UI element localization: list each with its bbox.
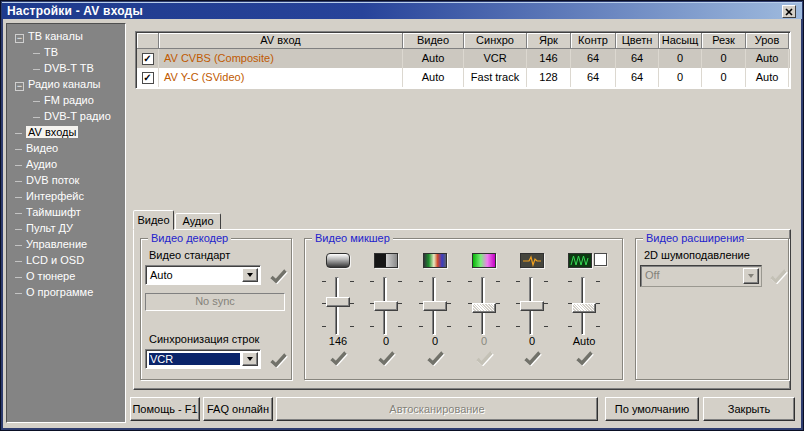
- slider-tick: [398, 326, 402, 327]
- slider-tick: [350, 303, 354, 304]
- sidebar-item-label: DVB-T ТВ: [44, 62, 94, 74]
- header-cell[interactable]: AV вход: [159, 33, 403, 49]
- header-cell[interactable]: Резк: [702, 33, 746, 49]
- tab-audio[interactable]: Аудио: [175, 213, 221, 230]
- row-value-cell: 0: [659, 49, 702, 68]
- faq-button[interactable]: FAQ онлайн: [203, 397, 273, 421]
- slider-tick: [544, 303, 548, 304]
- expand-toggle-icon[interactable]: −: [15, 34, 24, 43]
- close-button[interactable]: [782, 5, 796, 18]
- apply-check-icon[interactable]: [268, 267, 289, 284]
- slider-thumb[interactable]: [423, 301, 447, 311]
- dropdown-button[interactable]: [242, 268, 258, 282]
- sidebar-item-video[interactable]: Видео: [7, 140, 125, 156]
- sidebar-item-tv-channels[interactable]: −ТВ каналы: [7, 28, 125, 44]
- row-value-cell: 0: [659, 68, 702, 87]
- help-button[interactable]: Помощь - F1: [130, 397, 200, 421]
- sidebar-item-label: Видео: [26, 142, 58, 154]
- slider-tick: [419, 281, 423, 282]
- tree-connector: [33, 101, 40, 102]
- slider-tick: [468, 281, 472, 282]
- header-cell[interactable]: Уров: [746, 33, 789, 49]
- slider-tick: [350, 326, 354, 327]
- slider-thumb[interactable]: [520, 301, 544, 311]
- video-standard-select[interactable]: Auto: [145, 265, 261, 285]
- row-checkbox[interactable]: ✓: [142, 53, 154, 65]
- sidebar-item-label: Аудио: [26, 158, 57, 170]
- mixer-slider-sharpness: 0: [508, 251, 556, 369]
- expand-toggle-icon[interactable]: −: [15, 82, 24, 91]
- group-video-extensions: Видео расширения 2D шумоподавление Off: [635, 238, 789, 380]
- close-button[interactable]: Закрыть: [703, 397, 795, 421]
- header-cell[interactable]: Видео: [403, 33, 464, 49]
- tree-connector: [33, 117, 40, 118]
- table-row-av-cvbs[interactable]: ✓AV CVBS (Composite)AutoVCR146646400Auto: [137, 49, 790, 68]
- sidebar-item-label: FM радио: [44, 94, 94, 106]
- group-title: Видео расширения: [643, 231, 747, 245]
- table-header-row: AV входВидеоСинхроЯркКонтрЦветнНасыщРезк…: [137, 33, 790, 49]
- mixer-slider-level: Auto: [560, 251, 608, 369]
- sidebar-item-dvbt-tv[interactable]: DVB-T ТВ: [7, 60, 125, 76]
- line-sync-select[interactable]: VCR: [145, 349, 261, 369]
- slider-tick: [544, 326, 548, 327]
- table-row-av-yc[interactable]: ✓AV Y-C (SVideo)AutoFast track128646400A…: [137, 68, 790, 87]
- sidebar-item-about-program[interactable]: О программе: [7, 284, 125, 300]
- sidebar-item-av-inputs[interactable]: AV входы: [7, 124, 125, 140]
- slider-thumb[interactable]: [374, 301, 398, 311]
- apply-check-icon: [768, 267, 789, 284]
- apply-check-icon[interactable]: [522, 349, 543, 366]
- sidebar-item-radio-channels[interactable]: −Радио каналы: [7, 76, 125, 92]
- mixer-slider-contrast: 0: [362, 251, 410, 369]
- sidebar-item-interface[interactable]: Интерфейс: [7, 188, 125, 204]
- tab-video[interactable]: Видео: [133, 210, 174, 230]
- sidebar-item-timeshift[interactable]: Таймшифт: [7, 204, 125, 220]
- row-value-cell: 64: [571, 49, 616, 68]
- sidebar-item-label: LCD и OSD: [26, 254, 84, 266]
- tree-connector: [33, 69, 40, 70]
- sidebar-item-remote[interactable]: Пульт ДУ: [7, 220, 125, 236]
- sidebar-item-label: О тюнере: [26, 270, 75, 282]
- sidebar-item-label: ТВ каналы: [28, 30, 83, 42]
- mixer-slider-brightness: 146: [314, 251, 362, 369]
- titlebar[interactable]: Настройки - AV входы: [2, 2, 802, 19]
- apply-check-icon[interactable]: [376, 349, 397, 366]
- hue-icon: [423, 253, 447, 268]
- header-cell[interactable]: Синхро: [464, 33, 527, 49]
- header-cell[interactable]: Ярк: [527, 33, 571, 49]
- sidebar-item-lcd-osd[interactable]: LCD и OSD: [7, 252, 125, 268]
- tab-panel-video: Видео декодер Видео стандарт Auto No syn…: [133, 229, 791, 390]
- slider-value: 0: [362, 335, 410, 347]
- row-value-cell: 0: [702, 68, 746, 87]
- header-cell[interactable]: Насыщ: [659, 33, 702, 49]
- apply-check-icon[interactable]: [574, 349, 595, 366]
- apply-check-icon[interactable]: [268, 351, 289, 368]
- slider-tick: [596, 303, 600, 304]
- tree-connector: [15, 277, 22, 278]
- sidebar-item-dvbt-radio[interactable]: DVB-T радио: [7, 108, 125, 124]
- slider-value: 0: [508, 335, 556, 347]
- tree-connector: [15, 213, 22, 214]
- header-cell[interactable]: Цветн: [616, 33, 659, 49]
- header-cell[interactable]: Контр: [571, 33, 616, 49]
- row-value-cell: VCR: [464, 49, 527, 68]
- sidebar-item-fm-radio[interactable]: FM радио: [7, 92, 125, 108]
- row-value-cell: 64: [616, 68, 659, 87]
- level-auto-checkbox[interactable]: [594, 253, 607, 266]
- row-checkbox[interactable]: ✓: [142, 72, 154, 84]
- tree-connector: [15, 245, 22, 246]
- defaults-button[interactable]: По умолчанию: [605, 397, 699, 421]
- sidebar-item-about-tuner[interactable]: О тюнере: [7, 268, 125, 284]
- row-value-cell: 64: [571, 68, 616, 87]
- apply-check-icon[interactable]: [328, 349, 349, 366]
- slider-tick: [322, 281, 326, 282]
- apply-check-icon[interactable]: [425, 349, 446, 366]
- sidebar-item-control[interactable]: Управление: [7, 236, 125, 252]
- sidebar-item-dvb-stream[interactable]: DVB поток: [7, 172, 125, 188]
- sharpness-icon: [520, 253, 544, 268]
- sidebar-item-tv[interactable]: ТВ: [7, 44, 125, 60]
- dropdown-button[interactable]: [242, 352, 258, 366]
- slider-thumb[interactable]: [326, 297, 350, 307]
- sidebar-item-audio[interactable]: Аудио: [7, 156, 125, 172]
- slider-tick: [447, 303, 451, 304]
- slider-tick: [322, 326, 326, 327]
